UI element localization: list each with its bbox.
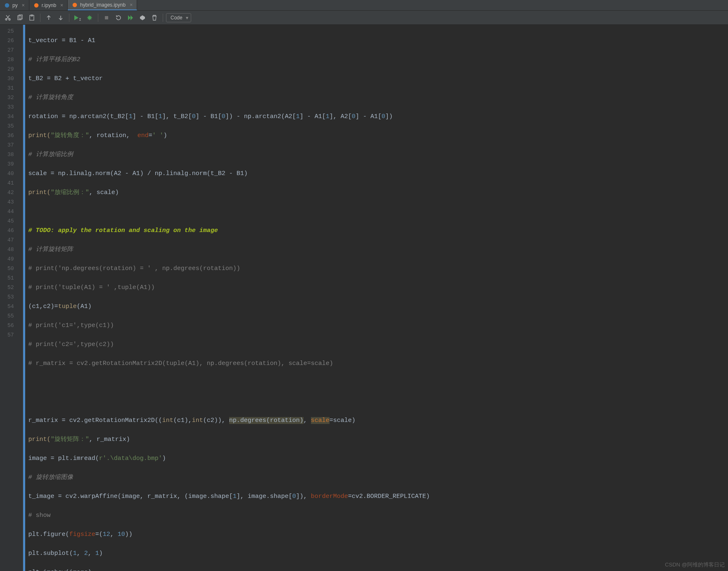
- code-editor[interactable]: 2526272829303132333435363738394041424344…: [0, 25, 728, 571]
- tab-py[interactable]: py ×: [0, 0, 29, 10]
- cut-button[interactable]: [2, 12, 13, 23]
- stop-button[interactable]: [101, 12, 112, 23]
- paste-button[interactable]: [26, 12, 37, 23]
- watermark: CSDN @阿维的博客日记: [665, 561, 725, 569]
- tab-label: r.ipynb: [42, 2, 56, 8]
- close-icon[interactable]: ×: [130, 2, 133, 8]
- svg-point-0: [5, 3, 9, 7]
- move-up-button[interactable]: [43, 12, 54, 23]
- close-icon[interactable]: ×: [60, 2, 63, 8]
- variables-button[interactable]: [137, 12, 148, 23]
- fold-gutter[interactable]: [18, 25, 23, 571]
- svg-point-2: [73, 2, 77, 7]
- python-icon: [4, 2, 10, 8]
- run-cell-button[interactable]: I: [72, 12, 83, 23]
- move-down-button[interactable]: [55, 12, 66, 23]
- cell-type-label: Code: [171, 15, 183, 21]
- jupyter-icon: [33, 2, 39, 8]
- close-icon[interactable]: ×: [22, 2, 25, 8]
- delete-button[interactable]: [149, 12, 160, 23]
- jupyter-icon: [72, 2, 78, 8]
- restart-button[interactable]: [113, 12, 124, 23]
- tab-label: py: [12, 2, 18, 8]
- code-area[interactable]: t_vector = B1 - A1 # 计算平移后的B2 t_B2 = B2 …: [25, 25, 728, 571]
- tab-hybrid-images[interactable]: hybrid_images.ipynb ×: [68, 0, 137, 10]
- run-all-button[interactable]: [125, 12, 136, 23]
- line-gutter: 2526272829303132333435363738394041424344…: [0, 25, 18, 571]
- svg-point-9: [88, 16, 91, 19]
- editor-tabs: py × r.ipynb × hybrid_images.ipynb ×: [0, 0, 728, 11]
- svg-rect-10: [105, 16, 108, 19]
- svg-point-1: [34, 3, 38, 7]
- tab-ripynb[interactable]: r.ipynb ×: [29, 0, 68, 10]
- cell-type-select[interactable]: Code: [166, 13, 191, 22]
- debug-button[interactable]: [84, 12, 95, 23]
- notebook-toolbar: I Code: [0, 11, 728, 25]
- copy-button[interactable]: [14, 12, 25, 23]
- tab-label: hybrid_images.ipynb: [80, 2, 126, 8]
